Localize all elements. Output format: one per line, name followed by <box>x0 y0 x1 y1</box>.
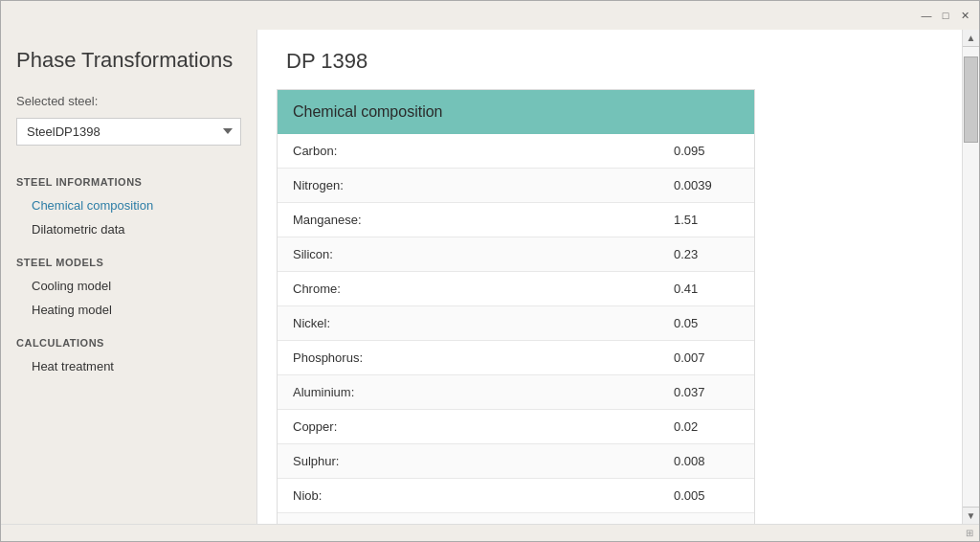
row-value: 0.0039 <box>658 169 754 202</box>
window-controls: — □ ✕ <box>918 8 973 23</box>
table-row: Nitrogen:0.0039 <box>278 169 754 203</box>
table-row: Chrome:0.41 <box>278 272 754 306</box>
app-title: Phase Transformations <box>1 30 256 86</box>
table-header: Chemical composition <box>278 90 754 134</box>
chemical-composition-table: Chemical composition Carbon:0.095Nitroge… <box>277 89 755 524</box>
row-value: 0.005 <box>658 479 754 512</box>
row-label: Silicon: <box>278 237 658 271</box>
content-area: DP 1398 Chemical composition Carbon:0.09… <box>257 30 962 524</box>
content-body[interactable]: Chemical composition Carbon:0.095Nitroge… <box>257 89 962 524</box>
row-label: Copper: <box>278 410 658 443</box>
sidebar-item-heat-treatment[interactable]: Heat treatment <box>1 354 256 378</box>
section-header-calculations: CALCULATIONS <box>1 322 256 354</box>
scroll-thumb[interactable] <box>964 56 978 143</box>
table-row: Phosphorus:0.007 <box>278 341 754 375</box>
table-row: Sulphur:0.008 <box>278 444 754 479</box>
row-value: 0.008 <box>658 444 754 478</box>
minimize-button[interactable]: — <box>918 8 935 23</box>
status-indicator: ⊞ <box>966 528 973 538</box>
section-header-steel-models: STEEL MODELS <box>1 241 256 274</box>
row-label: Aluminium: <box>278 375 658 409</box>
row-label: Niob: <box>278 479 658 512</box>
selected-steel-label: Selected steel: <box>1 86 256 114</box>
row-label: Chrome: <box>278 272 658 305</box>
row-label: Manganese: <box>278 203 658 237</box>
row-value: 0.037 <box>658 375 754 409</box>
scrollbar[interactable]: ▲ ▼ <box>962 30 979 524</box>
close-button[interactable]: ✕ <box>956 8 973 23</box>
row-value: 0.045 <box>658 513 754 524</box>
row-value: 0.02 <box>658 410 754 443</box>
row-value: 0.007 <box>658 341 754 374</box>
row-value: 1.51 <box>658 203 754 237</box>
table-rows: Carbon:0.095Nitrogen:0.0039Manganese:1.5… <box>278 134 754 524</box>
table-row: Carbon:0.095 <box>278 134 754 169</box>
row-value: 0.05 <box>658 306 754 340</box>
table-row: Copper:0.02 <box>278 410 754 444</box>
scroll-up-button[interactable]: ▲ <box>963 30 979 47</box>
content-title: DP 1398 <box>257 30 962 89</box>
row-label: Vanadium: <box>278 513 658 524</box>
row-value: 0.41 <box>658 272 754 305</box>
row-label: Nickel: <box>278 306 658 340</box>
scroll-track <box>963 47 979 507</box>
table-row: Silicon:0.23 <box>278 237 754 272</box>
table-row: Nickel:0.05 <box>278 306 754 341</box>
row-value: 0.095 <box>658 134 754 168</box>
section-header-steel-informations: STEEL INFORMATIONS <box>1 161 256 193</box>
row-label: Nitrogen: <box>278 169 658 202</box>
table-row: Manganese:1.51 <box>278 203 754 237</box>
table-row: Niob:0.005 <box>278 479 754 513</box>
sidebar-item-heating-model[interactable]: Heating model <box>1 298 256 322</box>
sidebar-item-cooling-model[interactable]: Cooling model <box>1 274 256 298</box>
sidebar-item-chemical-composition[interactable]: Chemical composition <box>1 193 256 217</box>
table-row: Vanadium:0.045 <box>278 513 754 524</box>
row-label: Sulphur: <box>278 444 658 478</box>
maximize-button[interactable]: □ <box>937 8 954 23</box>
steel-dropdown[interactable]: SteelDP1398 <box>16 118 241 146</box>
scroll-down-button[interactable]: ▼ <box>963 507 979 524</box>
status-bar: ⊞ <box>1 524 979 541</box>
sidebar-item-dilatometric-data[interactable]: Dilatometric data <box>1 217 256 241</box>
table-row: Aluminium:0.037 <box>278 375 754 410</box>
sidebar: Phase Transformations Selected steel: St… <box>1 30 257 524</box>
row-label: Carbon: <box>278 134 658 168</box>
row-value: 0.23 <box>658 237 754 271</box>
title-bar: — □ ✕ <box>1 1 979 30</box>
row-label: Phosphorus: <box>278 341 658 374</box>
main-container: Phase Transformations Selected steel: St… <box>1 30 979 524</box>
